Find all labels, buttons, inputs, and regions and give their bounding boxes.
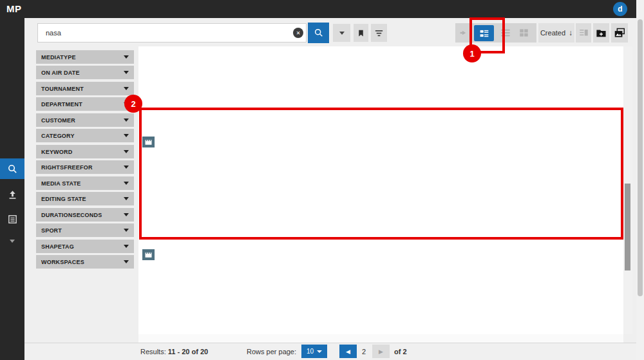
- chevron-down-icon: [317, 350, 322, 353]
- sidebar-filter-department[interactable]: DEPARTMENT: [36, 97, 134, 111]
- sidebar-filter-rightsfreefor[interactable]: RIGHTSFREEFOR: [36, 160, 134, 174]
- chevron-down-icon: [124, 71, 129, 74]
- results-scrollbar-thumb[interactable]: [625, 184, 630, 270]
- next-page-button-disabled[interactable]: ▶: [372, 345, 390, 358]
- sort-by-created-button[interactable]: Created ↓: [538, 23, 574, 43]
- search-input[interactable]: [37, 23, 307, 43]
- results-footer-bar: [24, 343, 636, 360]
- sidebar-filter-shapetag[interactable]: SHAPETAG: [36, 240, 134, 253]
- rows-per-page-select[interactable]: 10: [301, 345, 327, 358]
- bookmark-icon: [357, 28, 365, 38]
- results-range: 11 - 20 of 20: [168, 348, 208, 355]
- nav-forms-button[interactable]: [0, 209, 24, 229]
- filter-label: WORKSPACES: [41, 259, 84, 265]
- sidebar-filter-keyword[interactable]: KEYWORD: [36, 145, 134, 158]
- chevron-down-icon: [124, 150, 129, 153]
- filter-label: CUSTOMER: [41, 117, 75, 124]
- saved-searches-button[interactable]: [354, 24, 368, 42]
- chevron-down-icon: [124, 55, 129, 59]
- chevron-down-icon: [124, 134, 129, 137]
- clear-search-button[interactable]: ✕: [293, 28, 303, 38]
- filter-label: SPORT: [41, 227, 62, 234]
- form-list-icon: [7, 214, 18, 225]
- chevron-down-icon: [124, 166, 129, 169]
- search-icon: [7, 164, 18, 175]
- arrow-left-icon: ◀: [346, 348, 350, 355]
- previous-page-button[interactable]: ◀: [339, 345, 357, 358]
- search-options-dropdown[interactable]: [333, 24, 350, 42]
- filter-label: EDITING STATE: [41, 196, 86, 202]
- sidebar-filter-customer[interactable]: CUSTOMER: [36, 113, 134, 127]
- sidebar-filter-sport[interactable]: SPORT: [36, 223, 134, 237]
- columns-config-button-disabled[interactable]: [576, 23, 591, 43]
- chevron-down-icon: [124, 229, 129, 232]
- sidebar-filter-workspaces[interactable]: WORKSPACES: [36, 255, 134, 269]
- folder-plus-icon: [596, 28, 607, 38]
- sidebar-filter-durationseconds[interactable]: DURATIONSECONDS: [36, 208, 134, 222]
- new-folder-button[interactable]: [593, 23, 609, 43]
- media-view-button-disabled[interactable]: [459, 28, 469, 41]
- filter-label: RIGHTSFREEFOR: [41, 164, 93, 171]
- horizontal-scrollbar[interactable]: [138, 334, 623, 343]
- app-logo[interactable]: MP: [6, 3, 22, 14]
- rows-per-page-value: 10: [307, 348, 314, 355]
- chevron-down-icon: [124, 87, 129, 90]
- results-count: Results: 11 - 20 of 20: [140, 348, 208, 355]
- chevron-down-icon: [124, 245, 129, 248]
- columns-icon: [579, 28, 589, 37]
- chevron-down-icon: [124, 260, 129, 263]
- filter-label: TOURNAMENT: [41, 86, 84, 92]
- app-window: MP d ✕: [0, 0, 644, 360]
- list-view-icon: [500, 28, 511, 37]
- search-submit-button[interactable]: [308, 23, 329, 43]
- clear-icon: ✕: [296, 30, 301, 36]
- filter-button[interactable]: [371, 24, 387, 42]
- sidebar-filter-tournament[interactable]: TOURNAMENT: [36, 82, 134, 95]
- current-page-number: 2: [362, 348, 366, 355]
- chevron-down-icon: [124, 102, 129, 106]
- filter-label: CATEGORY: [41, 133, 75, 139]
- results-panel: [138, 46, 623, 335]
- filter-label: MEDIATYPE: [41, 54, 76, 61]
- filter-label: SHAPETAG: [41, 243, 74, 250]
- user-avatar[interactable]: d: [613, 2, 627, 16]
- detail-list-view-button[interactable]: [474, 25, 494, 41]
- sidebar-filter-mediatype[interactable]: MEDIATYPE: [36, 50, 134, 64]
- nav-search-button[interactable]: [0, 158, 24, 179]
- chevron-down-icon: [124, 197, 129, 200]
- sidebar-filter-on-air-date[interactable]: ON AIR DATE: [36, 66, 134, 79]
- filter-label: ON AIR DATE: [41, 70, 80, 76]
- arrow-right-icon: [459, 28, 469, 38]
- nav-upload-button[interactable]: [0, 184, 24, 205]
- filter-label: DEPARTMENT: [41, 101, 82, 108]
- rows-per-page-label: Rows per page:: [247, 348, 296, 355]
- media-bin-button[interactable]: [611, 23, 628, 43]
- sort-descending-icon: ↓: [569, 28, 573, 37]
- list-view-button-disabled[interactable]: [500, 28, 511, 40]
- page-scrollbar-thumb[interactable]: [638, 19, 643, 296]
- sidebar-filter-editing-state[interactable]: EDITING STATE: [36, 192, 134, 205]
- filter-label: MEDIA STATE: [41, 180, 81, 187]
- sidebar-filter-media-state[interactable]: MEDIA STATE: [36, 176, 134, 190]
- search-icon: [314, 28, 324, 38]
- chevron-down-icon: [124, 213, 129, 216]
- top-header-bar: MP d: [0, 0, 644, 18]
- filter-lines-icon: [374, 29, 384, 37]
- film-strip-icon: [144, 139, 153, 146]
- sort-label: Created: [540, 29, 565, 37]
- chevron-down-icon: [124, 182, 129, 185]
- filter-label: DURATIONSECONDS: [41, 212, 102, 218]
- grid-view-button-disabled[interactable]: [519, 28, 529, 40]
- results-label: Results:: [140, 348, 166, 355]
- grid-view-icon: [519, 28, 529, 37]
- chevron-down-icon: [124, 118, 129, 122]
- video-media-badge: [142, 137, 155, 147]
- nav-expand-button[interactable]: [0, 234, 24, 247]
- sidebar-filter-category[interactable]: CATEGORY: [36, 129, 134, 142]
- left-nav-strip: [0, 18, 24, 360]
- chevron-down-icon: [10, 240, 15, 243]
- video-media-badge: [142, 249, 155, 260]
- arrow-right-icon: ▶: [379, 348, 383, 355]
- image-stack-icon: [614, 28, 625, 38]
- film-strip-icon: [144, 252, 153, 258]
